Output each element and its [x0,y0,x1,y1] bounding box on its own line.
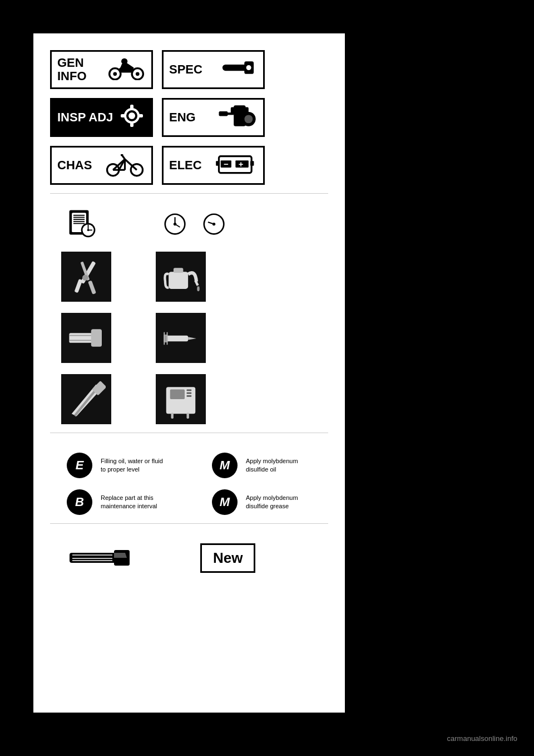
page: GEN INFO [0,0,534,756]
svg-rect-64 [91,329,102,347]
badge-elec-icon: − + [216,150,258,181]
svg-point-57 [82,275,88,281]
m1-indicator-label: Apply molybdenum disulfide oil [246,457,313,474]
svg-rect-78 [187,392,192,394]
svg-rect-38 [216,161,219,166]
svg-rect-58 [75,279,83,293]
svg-rect-42 [73,217,85,218]
svg-point-5 [121,58,127,65]
svg-rect-60 [169,272,188,289]
svg-rect-76 [170,390,185,400]
special-tool-box [61,252,111,302]
e-indicator-label: Filling oil, water or fluid to proper le… [101,457,167,474]
icon-boxes-row-2 [33,302,345,363]
m2-indicator-item: M Apply molybdenum disulfide grease [212,489,313,515]
svg-point-11 [128,112,135,119]
badge-spec-icon [219,55,258,84]
svg-rect-41 [73,215,85,216]
badge-chas-icon [104,150,146,181]
oil-can-box [156,252,206,302]
badge-eng-text: ENG [169,111,196,124]
svg-point-1 [113,72,117,76]
badge-insp-adj[interactable]: INSP ADJ [50,98,153,137]
svg-rect-45 [73,223,85,224]
small-icons-row [33,202,345,240]
badges-row-2: INSP ADJ [33,89,345,137]
svg-point-9 [246,65,252,71]
manual-small-icon [67,208,97,240]
svg-rect-77 [187,390,192,391]
gasket-part-icon [67,544,134,572]
svg-rect-81 [187,413,189,419]
svg-rect-62 [174,268,184,273]
gauge-box [156,374,206,424]
svg-marker-68 [188,337,196,340]
grease-gun-box [156,313,206,363]
b-indicator-item: B Replace part at this maintenance inter… [67,489,167,515]
indicators-row-1: E Filling oil, water or fluid to proper … [33,441,345,478]
svg-point-3 [136,72,140,76]
divider-2 [50,433,328,433]
svg-rect-14 [121,114,125,117]
svg-rect-12 [130,105,134,109]
badge-eng[interactable]: ENG [162,98,265,137]
divider-1 [50,193,328,194]
blade-box [61,374,111,424]
svg-rect-59 [88,281,96,294]
badge-eng-icon [216,102,258,133]
svg-rect-18 [239,113,241,125]
m2-indicator-label: Apply molybdenum disulfide grease [246,494,313,511]
oil-can-icon-box [156,252,206,302]
special-tool-icon-box [61,252,111,302]
m1-circle: M [212,453,238,478]
svg-point-22 [244,115,253,123]
svg-rect-37 [250,161,254,166]
divider-3 [50,523,328,524]
b-circle: B [67,489,92,515]
new-badge-text: New [213,549,243,566]
blade-icon-box [61,374,111,424]
svg-rect-15 [139,114,143,117]
badge-gen-info-icon [107,55,146,84]
svg-rect-20 [226,112,234,115]
svg-rect-43 [73,219,85,220]
gauge-icon-box [156,374,206,424]
svg-rect-19 [219,111,228,116]
indicators-row-2: B Replace part at this maintenance inter… [33,478,345,515]
badge-elec-text: ELEC [169,159,202,172]
badge-gen-info[interactable]: GEN INFO [50,50,153,89]
svg-rect-79 [187,395,192,397]
grease-gun-icon-box [156,313,206,363]
icon-boxes-row-1 [33,240,345,302]
svg-point-52 [174,222,176,225]
new-badge: New [200,543,255,573]
badges-row-3: CHAS [33,137,345,185]
m1-indicator-item: M Apply molybdenum disulfide oil [212,453,313,478]
badge-spec[interactable]: SPEC [162,50,265,89]
svg-point-54 [212,222,215,225]
e-indicator-item: E Filling oil, water or fluid to proper … [67,453,167,478]
svg-rect-80 [171,413,174,419]
m2-circle: M [212,489,238,515]
bolt-icon-box [61,313,111,363]
icon-boxes-row-3 [33,363,345,424]
watermark: carmanualsonline.info [442,732,523,745]
badge-insp-adj-icon [118,102,146,134]
badge-elec[interactable]: ELEC − + [162,146,265,185]
badge-chas[interactable]: CHAS [50,146,153,185]
speedometer-icons [164,213,225,235]
badge-chas-text: CHAS [57,159,92,172]
badge-insp-adj-text: INSP ADJ [57,111,113,124]
svg-text:−: − [224,159,229,168]
content-area: GEN INFO [33,33,345,713]
badge-spec-text: SPEC [169,63,202,76]
svg-marker-84 [114,553,127,558]
svg-text:+: + [239,159,244,168]
svg-rect-44 [73,221,85,222]
b-indicator-label: Replace part at this maintenance interva… [101,494,167,511]
svg-rect-63 [69,333,93,343]
svg-rect-71 [167,332,168,345]
badges-row-1: GEN INFO [33,33,345,89]
svg-rect-70 [164,332,165,345]
svg-rect-13 [130,122,134,127]
